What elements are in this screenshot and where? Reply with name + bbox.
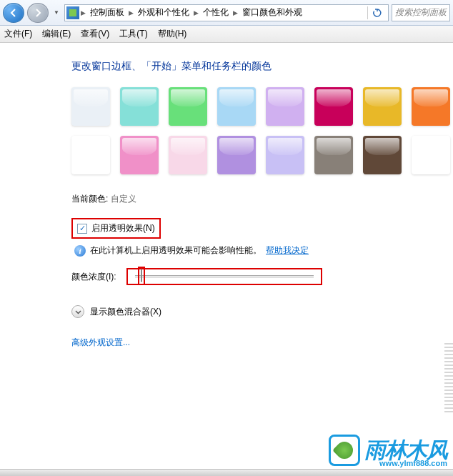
menu-help[interactable]: 帮助(H) bbox=[158, 28, 187, 40]
address-bar[interactable]: ▶ 控制面板 ▶ 外观和个性化 ▶ 个性化 ▶ 窗口颜色和外观 bbox=[64, 4, 389, 21]
transparency-checkbox[interactable]: ✓ bbox=[77, 224, 87, 234]
breadcrumb[interactable]: 外观和个性化 bbox=[135, 6, 192, 19]
watermark-icon bbox=[329, 435, 360, 466]
color-swatch[interactable] bbox=[169, 87, 207, 126]
control-panel-icon bbox=[66, 6, 79, 19]
watermark-logo: 雨林木风 www.ylmf888.com bbox=[329, 435, 447, 466]
menu-tools[interactable]: 工具(T) bbox=[119, 28, 147, 40]
forward-button[interactable] bbox=[27, 3, 49, 23]
breadcrumb[interactable]: 个性化 bbox=[200, 6, 232, 19]
mixer-label: 显示颜色混合器(X) bbox=[90, 306, 161, 318]
back-button[interactable] bbox=[3, 3, 24, 23]
advanced-appearance-link[interactable]: 高级外观设置... bbox=[71, 337, 130, 347]
chevron-right-icon: ▶ bbox=[81, 9, 86, 16]
color-swatch[interactable] bbox=[412, 87, 450, 126]
breadcrumb[interactable]: 控制面板 bbox=[87, 6, 127, 19]
info-icon: i bbox=[74, 245, 86, 257]
color-swatch[interactable] bbox=[71, 87, 110, 126]
help-decide-link[interactable]: 帮助我决定 bbox=[266, 244, 309, 257]
window-bottom-edge bbox=[0, 469, 453, 476]
chevron-right-icon: ▶ bbox=[194, 9, 199, 16]
chevron-right-icon: ▶ bbox=[233, 9, 238, 16]
color-swatch[interactable] bbox=[217, 136, 256, 174]
watermark-url: www.ylmf888.com bbox=[379, 459, 447, 467]
color-swatch[interactable] bbox=[266, 136, 304, 174]
color-swatch[interactable] bbox=[363, 87, 402, 126]
color-mixer-toggle[interactable]: 显示颜色混合器(X) bbox=[71, 305, 453, 318]
color-swatch[interactable] bbox=[314, 136, 353, 174]
color-swatch-grid bbox=[71, 87, 453, 174]
intensity-slider[interactable] bbox=[135, 275, 314, 278]
current-color-value: 自定义 bbox=[111, 194, 136, 204]
highlight-box bbox=[138, 267, 145, 285]
chevron-right-icon: ▶ bbox=[129, 9, 134, 16]
chevron-down-icon bbox=[71, 305, 84, 318]
color-swatch[interactable] bbox=[314, 87, 353, 126]
highlight-box bbox=[126, 268, 322, 285]
ruler-icon bbox=[444, 343, 453, 415]
color-swatch[interactable] bbox=[169, 136, 207, 174]
refresh-button[interactable] bbox=[369, 6, 385, 20]
nav-history-dropdown[interactable]: ▼ bbox=[51, 3, 61, 23]
menu-view[interactable]: 查看(V) bbox=[81, 28, 109, 40]
color-swatch[interactable] bbox=[412, 136, 450, 174]
color-swatch[interactable] bbox=[120, 87, 159, 126]
page-title: 更改窗口边框、「开始」菜单和任务栏的颜色 bbox=[71, 60, 453, 73]
color-swatch[interactable] bbox=[71, 136, 110, 174]
color-swatch[interactable] bbox=[120, 136, 159, 174]
intensity-label: 颜色浓度(I): bbox=[71, 271, 116, 283]
transparency-label[interactable]: 启用透明效果(N) bbox=[91, 222, 155, 234]
menu-file[interactable]: 文件(F) bbox=[4, 28, 32, 40]
menu-bar: 文件(F) 编辑(E) 查看(V) 工具(T) 帮助(H) bbox=[0, 26, 453, 43]
search-input[interactable]: 搜索控制面板 bbox=[392, 4, 450, 21]
color-swatch[interactable] bbox=[363, 136, 402, 174]
color-swatch[interactable] bbox=[217, 87, 256, 126]
info-text: 在此计算机上启用透明效果可能会影响性能。 bbox=[90, 244, 262, 257]
slider-thumb[interactable] bbox=[141, 269, 142, 282]
search-placeholder: 搜索控制面板 bbox=[395, 6, 447, 19]
current-color-row: 当前颜色: 自定义 bbox=[71, 193, 453, 205]
breadcrumb[interactable]: 窗口颜色和外观 bbox=[239, 6, 305, 19]
current-color-label: 当前颜色: bbox=[71, 194, 108, 204]
color-swatch[interactable] bbox=[266, 87, 304, 126]
menu-edit[interactable]: 编辑(E) bbox=[42, 28, 71, 40]
highlight-box: ✓ 启用透明效果(N) bbox=[71, 218, 161, 239]
